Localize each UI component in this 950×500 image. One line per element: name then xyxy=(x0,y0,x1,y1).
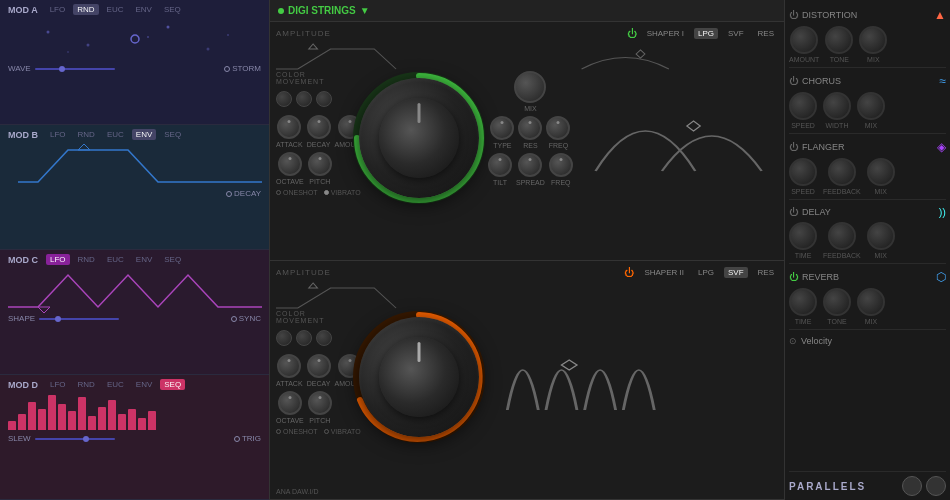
mod-c-tab-rnd[interactable]: RND xyxy=(74,254,99,265)
mod-b-header: MOD B LFO RND EUC ENV SEQ xyxy=(8,129,261,140)
mod-b-tab-lfo[interactable]: LFO xyxy=(46,129,70,140)
osc1-spread-knob[interactable] xyxy=(518,153,542,177)
mod-b-tab-rnd[interactable]: RND xyxy=(74,129,99,140)
delay-mix-knob[interactable] xyxy=(867,222,895,250)
mod-a-wave-control[interactable]: WAVE xyxy=(8,64,115,73)
osc1-freq-group: FREQ xyxy=(546,116,570,149)
fx-reverb-power[interactable]: ⏻ xyxy=(789,272,798,282)
mod-c-tab-euc[interactable]: EUC xyxy=(103,254,128,265)
mod-a-wave-slider[interactable] xyxy=(35,68,115,70)
osc1-pitch-knob[interactable] xyxy=(308,152,332,176)
fx-velocity-power[interactable]: ⊙ xyxy=(789,336,797,346)
mod-c-tab-lfo[interactable]: LFO xyxy=(46,254,70,265)
mod-a-tab-euc[interactable]: EUC xyxy=(103,4,128,15)
osc1-oneshot-toggle[interactable]: ONESHOT xyxy=(276,189,318,196)
osc2-decay-label: DECAY xyxy=(307,380,331,387)
osc1-pitch-label: PITCH xyxy=(309,178,330,185)
distortion-tone-knob[interactable] xyxy=(825,26,853,54)
mod-d-tab-env[interactable]: ENV xyxy=(132,379,156,390)
flanger-mix-group: MIX xyxy=(867,158,895,195)
mod-b-tab-euc[interactable]: EUC xyxy=(103,129,128,140)
mod-a-tab-rnd[interactable]: RND xyxy=(73,4,98,15)
osc1-tilt-knob[interactable] xyxy=(488,153,512,177)
osc2-color-knob-2[interactable] xyxy=(296,330,312,346)
osc1-color-knob-2[interactable] xyxy=(296,91,312,107)
osc2-attack-label: ATTACK xyxy=(276,380,303,387)
osc2-decay-knob[interactable] xyxy=(307,354,331,378)
flanger-mix-knob[interactable] xyxy=(867,158,895,186)
fx-chorus-power[interactable]: ⏻ xyxy=(789,76,798,86)
osc1-shaper-label[interactable]: SHAPER I xyxy=(643,28,688,39)
fx-flanger-power[interactable]: ⏻ xyxy=(789,142,798,152)
svg-point-3 xyxy=(167,26,170,29)
preset-dropdown-icon[interactable]: ▼ xyxy=(360,5,370,16)
delay-feedback-knob[interactable] xyxy=(828,222,856,250)
osc2-octave-knob[interactable] xyxy=(278,391,302,415)
mod-d-slew-slider[interactable] xyxy=(35,438,115,440)
mod-d-tab-euc[interactable]: EUC xyxy=(103,379,128,390)
mod-b-tab-env[interactable]: ENV xyxy=(132,129,156,140)
reverb-time-knob[interactable] xyxy=(789,288,817,316)
mod-b-tab-seq[interactable]: SEQ xyxy=(160,129,185,140)
fx-flanger-name: ⏻ FLANGER xyxy=(789,142,845,152)
svg-point-2 xyxy=(87,44,90,47)
osc1-res-knob[interactable] xyxy=(518,116,542,140)
osc1-octave-knob[interactable] xyxy=(278,152,302,176)
mod-c-tab-env[interactable]: ENV xyxy=(132,254,156,265)
osc1-type-knob[interactable] xyxy=(490,116,514,140)
osc2-svf-btn[interactable]: SVF xyxy=(724,267,748,278)
osc2-lpg-btn[interactable]: LPG xyxy=(694,267,718,278)
osc1-res-btn[interactable]: RES xyxy=(754,28,778,39)
flanger-speed-knob[interactable] xyxy=(789,158,817,186)
osc1-big-knob[interactable] xyxy=(359,78,479,198)
mod-d-tab-lfo[interactable]: LFO xyxy=(46,379,70,390)
osc1-freq-knob[interactable] xyxy=(546,116,570,140)
osc2-color-knob-1[interactable] xyxy=(276,330,292,346)
osc1-lpg-btn[interactable]: LPG xyxy=(694,28,718,39)
osc2-oneshot-toggle[interactable]: ONESHOT xyxy=(276,428,318,435)
reverb-mix-knob[interactable] xyxy=(857,288,885,316)
mod-a-tab-env[interactable]: ENV xyxy=(131,4,155,15)
osc2-attack-knob[interactable] xyxy=(277,354,301,378)
svg-point-0 xyxy=(131,35,139,43)
mod-c-tab-seq[interactable]: SEQ xyxy=(160,254,185,265)
flanger-feedback-knob[interactable] xyxy=(828,158,856,186)
osc2-color-knob-3[interactable] xyxy=(316,330,332,346)
osc1-attack-knob[interactable] xyxy=(277,115,301,139)
chorus-width-label: WIDTH xyxy=(826,122,849,129)
preset-name[interactable]: DIGI STRINGS ▼ xyxy=(278,5,370,16)
reverb-tone-knob[interactable] xyxy=(823,288,851,316)
osc1-svf-btn[interactable]: SVF xyxy=(724,28,748,39)
osc2-amplitude-label: AMPLITUDE xyxy=(276,268,331,277)
chorus-speed-knob[interactable] xyxy=(789,92,817,120)
mod-d-tab-seq[interactable]: SEQ xyxy=(160,379,185,390)
osc2-res-btn[interactable]: RES xyxy=(754,267,778,278)
osc2-big-knob[interactable] xyxy=(359,317,479,437)
mod-a-tab-seq[interactable]: SEQ xyxy=(160,4,185,15)
bottom-knob-1[interactable] xyxy=(902,476,922,496)
osc1-power-icon[interactable]: ⏻ xyxy=(627,28,637,39)
fx-delay-power[interactable]: ⏻ xyxy=(789,207,798,217)
osc2-power-icon[interactable]: ⏻ xyxy=(624,267,634,278)
osc1-mix-knob[interactable] xyxy=(514,71,546,103)
osc1-freq2-knob[interactable] xyxy=(549,153,573,177)
osc1-color-knob-3[interactable] xyxy=(316,91,332,107)
osc2-shaper-label[interactable]: SHAPER II xyxy=(640,267,688,278)
mod-d-slew-control[interactable]: SLEW xyxy=(8,434,115,443)
svg-point-4 xyxy=(207,48,210,51)
fx-distortion-power[interactable]: ⏻ xyxy=(789,10,798,20)
osc2-pitch-knob[interactable] xyxy=(308,391,332,415)
delay-time-knob[interactable] xyxy=(789,222,817,250)
distortion-mix-knob[interactable] xyxy=(859,26,887,54)
mod-a-tab-lfo[interactable]: LFO xyxy=(46,4,70,15)
chorus-width-knob[interactable] xyxy=(823,92,851,120)
osc1-color-knob-1[interactable] xyxy=(276,91,292,107)
bottom-knob-2[interactable] xyxy=(926,476,946,496)
distortion-amount-knob[interactable] xyxy=(790,26,818,54)
osc1-decay-knob[interactable] xyxy=(307,115,331,139)
mod-c-shape-slider[interactable] xyxy=(39,318,119,320)
delay-time-group: TIME xyxy=(789,222,817,259)
mod-d-bar xyxy=(8,421,16,430)
chorus-mix-knob[interactable] xyxy=(857,92,885,120)
mod-d-tab-rnd[interactable]: RND xyxy=(74,379,99,390)
